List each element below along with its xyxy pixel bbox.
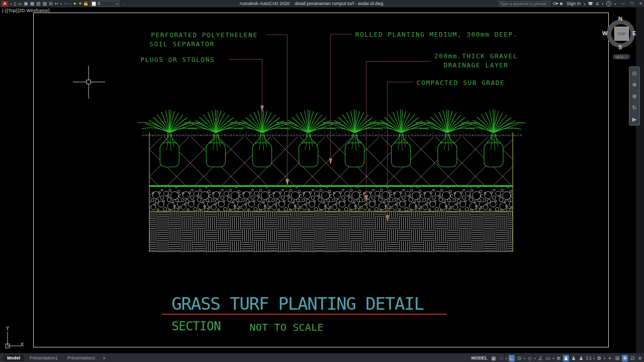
layer-unlock-icon[interactable] bbox=[84, 3, 88, 6]
minimize-button[interactable]: – bbox=[622, 1, 624, 6]
section-drawing bbox=[137, 110, 526, 252]
layer-color-swatch bbox=[92, 2, 96, 6]
tab-presentation2[interactable]: Présentation2 bbox=[63, 355, 100, 361]
tab-model[interactable]: Model bbox=[3, 355, 24, 361]
undo-icon[interactable]: ↩ bbox=[55, 1, 59, 6]
layer-caret-icon: ▾ bbox=[116, 2, 118, 6]
layer-thaw-sun-icon[interactable]: ☀ bbox=[78, 1, 82, 6]
viewcube-east[interactable]: E bbox=[632, 30, 636, 36]
autocad-window: Y X bbox=[0, 0, 644, 362]
polar-caret-icon[interactable]: ▾ bbox=[524, 356, 525, 360]
status-bar: Model Présentation1 Présentation2 + MODE… bbox=[0, 353, 644, 362]
annotation-monitor-icon[interactable]: + bbox=[607, 355, 613, 361]
label-perforated-line2: SOIL SEPARATOR bbox=[149, 40, 214, 49]
redo-icon[interactable]: ↪ bbox=[64, 1, 68, 6]
orbit-icon[interactable]: ↻ bbox=[632, 105, 636, 111]
ucs-y-label: Y bbox=[6, 326, 9, 331]
wcs-dropdown[interactable]: WCS ⌄ bbox=[613, 54, 630, 59]
drawing-title: GRASS TURF PLANTING DETAIL bbox=[172, 294, 424, 314]
label-gravel-line1: 200mm.THICK GRAVEL bbox=[429, 52, 523, 61]
help-caret-icon[interactable]: ▾ bbox=[614, 2, 616, 6]
label-plugs-or-stolons: PLUGS OR STOLONS bbox=[140, 55, 215, 64]
viewcube-north[interactable]: N bbox=[618, 16, 622, 22]
polar-tracking-icon[interactable]: ⊙ bbox=[516, 355, 522, 361]
save-icon[interactable]: ▣ bbox=[24, 1, 28, 6]
object-snap-icon[interactable]: ▭ bbox=[545, 355, 551, 361]
title-underline bbox=[162, 314, 447, 315]
wcs-caret-icon: ⌄ bbox=[624, 55, 627, 59]
customize-menu-icon[interactable]: ≡ bbox=[637, 355, 643, 361]
store-cart-icon[interactable] bbox=[588, 2, 593, 5]
close-button[interactable]: × bbox=[639, 1, 642, 6]
signin-caret-icon[interactable]: ▾ bbox=[584, 2, 585, 6]
label-gravel-drainage: 200mm.THICK GRAVEL DRAINAGE LAYER bbox=[429, 52, 523, 70]
viewport-visualstyle-control[interactable]: [2D Wireframe] bbox=[18, 8, 49, 13]
crosshair-cursor bbox=[73, 66, 105, 99]
app-menu-caret-icon[interactable]: ▾ bbox=[10, 2, 12, 6]
save-web-icon[interactable]: ▥ bbox=[36, 1, 41, 6]
workspace-caret-icon[interactable]: ▾ bbox=[604, 356, 605, 360]
clean-screen-icon[interactable]: ⊡ bbox=[629, 355, 635, 361]
lineweight-icon[interactable]: ≣ bbox=[555, 355, 561, 361]
annotation-autoscale-icon[interactable]: ♟ bbox=[571, 355, 577, 361]
ucs-icon bbox=[6, 332, 21, 348]
annotation-scale-value[interactable]: 1:1 bbox=[586, 355, 592, 360]
object-snap-tracking-icon[interactable]: ∠ bbox=[537, 355, 543, 361]
label-gravel-line2: DRAINAGE LAYER bbox=[429, 61, 523, 70]
export-icon[interactable]: ▧ bbox=[42, 1, 47, 6]
appstore-icon[interactable]: Δ bbox=[596, 1, 599, 6]
scale-caret-icon[interactable]: ▾ bbox=[593, 356, 595, 360]
print-icon[interactable]: ⊟ bbox=[49, 1, 53, 6]
label-compacted-sub-grade: COMPACTED SUB GRADE bbox=[417, 78, 505, 87]
app-logo[interactable]: A bbox=[2, 1, 8, 7]
layer-on-bulb-icon[interactable]: ● bbox=[73, 1, 76, 6]
navigation-wheel-icon[interactable]: ◎ bbox=[632, 70, 637, 76]
section-label: SECTION bbox=[172, 319, 221, 333]
label-perforated-line1: PERFORATED POLYETHELENE bbox=[151, 31, 258, 40]
layer-dropdown[interactable]: 0 ▾ bbox=[90, 1, 120, 7]
osnap-caret-icon[interactable]: ▾ bbox=[552, 356, 554, 360]
isodraft-caret-icon[interactable]: ▾ bbox=[534, 356, 536, 360]
viewcube-west[interactable]: W bbox=[602, 30, 607, 36]
graphics-performance-icon[interactable]: ✈ bbox=[622, 355, 628, 361]
showmotion-icon[interactable]: ▶ bbox=[632, 116, 636, 122]
annotation-visibility-icon[interactable]: ♟ bbox=[563, 355, 569, 361]
window-title: Autodesk AutoCAD 2020 detail penanaman r… bbox=[124, 1, 499, 6]
label-rolled-planting-medium: ROLLED PLANTING MEDIUM, 300mm DEEP. bbox=[355, 30, 518, 39]
tab-presentation1[interactable]: Présentation1 bbox=[26, 355, 62, 361]
scale-label: NOT TO SCALE bbox=[250, 321, 324, 333]
search-input[interactable] bbox=[499, 1, 550, 7]
appstore-caret-icon[interactable]: ▾ bbox=[602, 2, 603, 6]
wcs-label: WCS bbox=[615, 55, 623, 59]
open-icon[interactable]: ▱ bbox=[18, 1, 22, 6]
layer-name: 0 bbox=[98, 1, 100, 6]
snap-icon[interactable]: ∷ bbox=[498, 355, 504, 361]
isodraft-icon[interactable]: ◇ bbox=[527, 355, 533, 361]
new-layout-button[interactable]: + bbox=[101, 355, 108, 361]
search-binoculars-icon[interactable] bbox=[553, 2, 556, 5]
maximize-button[interactable]: □ bbox=[630, 1, 633, 6]
snap-caret-icon[interactable]: ▾ bbox=[506, 356, 507, 360]
model-space-badge[interactable]: MODEL bbox=[471, 355, 488, 360]
undo-caret-icon[interactable]: ▾ bbox=[60, 2, 62, 6]
annotation-scale-icon[interactable]: ♟ bbox=[578, 355, 584, 361]
workspace-gear-icon[interactable]: ⚙ bbox=[596, 355, 602, 361]
infer-constraints-icon[interactable]: ∟ bbox=[509, 355, 515, 361]
quick-access-toolbar: A ▾ ▯ ▱ ▣ ▩ ▥ ▧ ⊟ ↩ ▾ ↪ ▾ ● ☀ 0 ▾ ⌄ bbox=[0, 1, 124, 7]
quick-properties-icon[interactable]: ⊞ bbox=[614, 355, 620, 361]
grid-icon[interactable]: ▦ bbox=[491, 355, 497, 361]
new-icon[interactable]: ▯ bbox=[14, 1, 16, 6]
viewcube-south[interactable]: S bbox=[618, 44, 622, 50]
sign-in-button[interactable]: Sign In bbox=[567, 1, 581, 6]
help-icon[interactable]: ? bbox=[606, 1, 611, 6]
viewcube-top-face[interactable]: TOP bbox=[614, 27, 629, 41]
viewport-view-control[interactable]: [Top] bbox=[7, 8, 18, 13]
navigation-bar: ◎ ⊕ ⊗ ↻ ▶ bbox=[629, 66, 640, 126]
save-as-icon[interactable]: ▩ bbox=[30, 1, 34, 6]
pan-icon[interactable]: ⊕ bbox=[632, 81, 636, 87]
viewport-minimize-control[interactable]: [-] bbox=[2, 8, 7, 13]
right-edge-strip bbox=[636, 7, 644, 353]
redo-caret-icon[interactable]: ▾ bbox=[70, 2, 71, 6]
zoom-extents-icon[interactable]: ⊗ bbox=[632, 93, 636, 99]
app-name: Autodesk AutoCAD 2020 bbox=[239, 1, 290, 6]
